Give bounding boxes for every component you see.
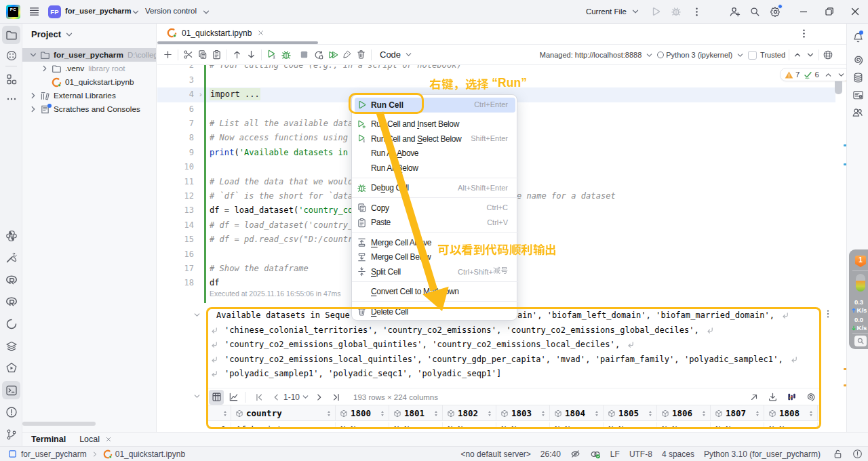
open-in-new-icon[interactable] (749, 393, 759, 402)
table-header-1805[interactable]: 1805 (604, 405, 657, 421)
sort-icon[interactable] (808, 410, 814, 417)
menu-item-paste[interactable]: Paste Ctrl+V (355, 216, 515, 230)
tool-window-button-run[interactable] (2, 359, 20, 378)
ai-assistant-button[interactable] (849, 51, 867, 68)
first-page-button[interactable] (252, 390, 267, 405)
output-options-icon[interactable] (823, 309, 833, 319)
tool-window-button-commit[interactable] (2, 46, 20, 64)
run-all-cells-button[interactable] (326, 47, 340, 62)
export-table-icon[interactable] (768, 392, 778, 402)
copilot-status-icon[interactable] (590, 449, 601, 460)
breadcrumb-file[interactable]: 01_quickstart.ipynb (115, 449, 185, 459)
sort-icon[interactable] (379, 410, 386, 417)
encoding-widget[interactable]: UTF-8 (629, 449, 652, 459)
tree-item-for-user-pycharm[interactable]: for_user_pycharmD:\college\res (22, 48, 156, 62)
last-page-button[interactable] (329, 390, 344, 405)
menu-item-merge-cell-below[interactable]: Merge Cell Below (355, 250, 515, 265)
menu-item-run-all-above[interactable]: Run All Above (355, 146, 515, 161)
close-tab-icon[interactable] (256, 28, 265, 37)
tool-window-button-more-tool-windows[interactable] (2, 89, 20, 108)
copy-cell-button[interactable] (195, 47, 210, 62)
tool-window-button-python-packages[interactable] (2, 249, 20, 267)
menu-item-convert-cell-to-markdown[interactable]: Convert Cell to Markdown (355, 285, 515, 300)
prev-problem-icon[interactable] (824, 71, 833, 79)
editor-tab[interactable]: 01_quickstart.ipynb (161, 24, 271, 42)
project-horizontal-scrollbar[interactable] (22, 422, 96, 426)
table-header-1806[interactable]: 1806 (657, 405, 711, 421)
sort-icon[interactable] (754, 410, 761, 417)
menu-item-split-cell[interactable]: Split Cell Ctrl+Shift+ (355, 264, 515, 279)
tool-window-button-python-console[interactable] (2, 226, 20, 245)
chevron-right-icon[interactable] (28, 104, 38, 114)
move-cell-down-button[interactable] (244, 47, 258, 62)
code-line[interactable]: df (210, 276, 220, 291)
menu-item-run-cell-and-insert-below[interactable]: Run Cell and Insert Below (355, 117, 515, 132)
fold-marker-icon[interactable]: › (199, 87, 202, 102)
table-header-1807[interactable]: 1807 (711, 405, 764, 421)
sort-icon[interactable] (647, 410, 654, 417)
sort-icon[interactable] (433, 410, 439, 417)
tree-item-01-quickstart-ipynb[interactable]: 01_quickstart.ipynb (22, 75, 156, 89)
project-panel-title[interactable]: Project (31, 29, 61, 39)
page-range-dropdown[interactable]: 1-10 (283, 393, 310, 402)
previous-cell-icon[interactable] (793, 50, 802, 60)
paste-cell-button[interactable] (210, 47, 224, 62)
next-problem-icon[interactable] (837, 71, 846, 79)
menu-item-debug-cell[interactable]: Debug Cell Alt+Shift+Enter (355, 181, 515, 196)
database-button[interactable] (849, 68, 867, 86)
sort-icon[interactable] (486, 410, 493, 417)
sort-icon[interactable] (540, 410, 547, 417)
default-server-widget[interactable]: <no default server> (460, 449, 530, 459)
tool-window-button-services[interactable] (2, 337, 20, 355)
tool-window-button-r-console[interactable] (2, 270, 20, 289)
statistics-plugin-icon[interactable] (787, 392, 797, 402)
cell-type-dropdown[interactable]: Code (380, 49, 413, 60)
next-page-button[interactable] (312, 390, 327, 405)
menu-item-copy[interactable]: Copy Ctrl+C (355, 201, 515, 216)
restart-kernel-button[interactable] (311, 47, 326, 62)
collapse-output-icon[interactable] (193, 310, 201, 319)
tab-options-icon[interactable] (799, 28, 809, 39)
code-line[interactable]: # Your cutting code (e.g., in a script o… (210, 65, 462, 73)
breadcrumb-project[interactable]: for_user_pycharm (21, 449, 87, 459)
tool-window-button-jupyter[interactable] (2, 315, 20, 333)
debug-button[interactable] (666, 0, 686, 23)
code-with-me-button[interactable] (724, 0, 745, 23)
table-header-country[interactable]: country (231, 405, 336, 421)
chevron-right-icon[interactable] (40, 64, 50, 73)
terminal-tab-local[interactable]: Local (79, 435, 113, 444)
delete-cell-button[interactable] (354, 47, 368, 62)
sort-icon[interactable] (326, 410, 332, 417)
jupyter-server-widget[interactable]: Managed: http://localhost:8888 (540, 51, 642, 59)
close-button[interactable] (842, 0, 868, 23)
notifications-button[interactable] (849, 28, 867, 46)
tool-window-button-problems[interactable] (2, 403, 20, 422)
table-header-1801[interactable]: 1801 (389, 405, 443, 421)
debug-cell-button[interactable] (279, 47, 293, 62)
menu-item-merge-cell-above[interactable]: Merge Cell Above (355, 235, 515, 250)
maximize-button[interactable] (816, 0, 842, 23)
cut-cell-button[interactable] (181, 47, 195, 62)
previous-page-button[interactable] (269, 390, 283, 405)
tree-item-scratches-and-consoles[interactable]: Scratches and Consoles (22, 102, 156, 116)
tool-window-button-project[interactable] (2, 26, 20, 44)
settings-button[interactable] (765, 0, 785, 23)
run-button[interactable] (646, 0, 666, 23)
table-header-1802[interactable]: 1802 (443, 405, 496, 421)
caret-position-widget[interactable]: 26:40 (540, 449, 561, 459)
chart-view-button[interactable] (226, 390, 241, 405)
traffic-search-button[interactable] (854, 336, 867, 346)
tree-item-external-libraries[interactable]: External Libraries (22, 89, 156, 102)
problems-status-icon[interactable] (852, 449, 863, 459)
chevron-down-icon[interactable] (28, 50, 38, 60)
code-with-me-users-button[interactable] (849, 104, 867, 121)
menu-item-run-all-below[interactable]: Run All Below (355, 161, 515, 176)
menu-item-run-cell-and-select-below[interactable]: Run Cell and Select Below Shift+Enter (355, 132, 515, 146)
project-badge[interactable]: FP (48, 5, 61, 18)
ai-explain-icon[interactable] (806, 392, 816, 402)
table-header-1808[interactable]: 1808 (764, 405, 818, 421)
sort-icon[interactable] (222, 410, 229, 417)
menu-item-delete-cell[interactable]: Delete Cell (355, 304, 515, 319)
main-menu-icon[interactable] (28, 6, 41, 18)
sort-icon[interactable] (593, 410, 600, 417)
